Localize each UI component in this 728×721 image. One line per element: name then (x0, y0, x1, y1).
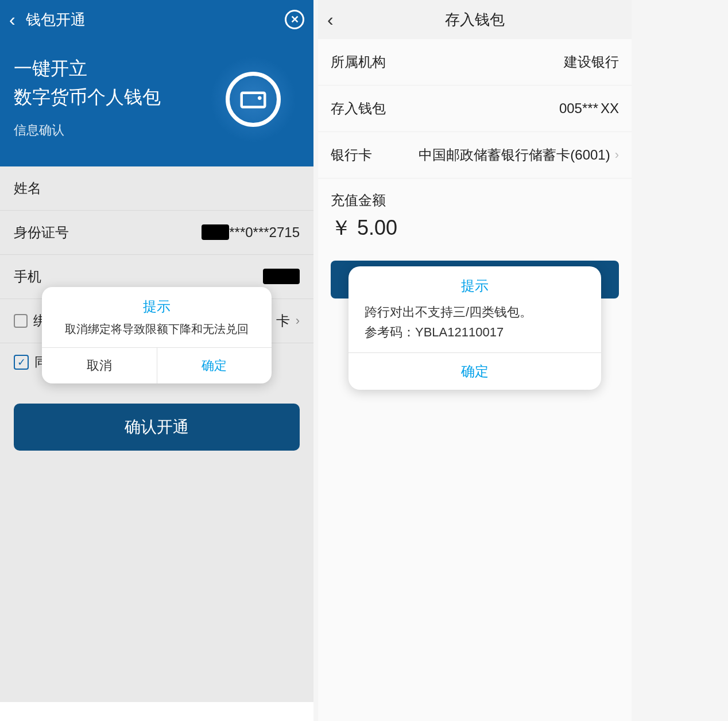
modal-title: 提示 (348, 266, 601, 302)
modal-body: 跨行对出不支持三/四类钱包。 参考码：YBLA12110017 (348, 302, 601, 352)
wallet-label: 存入钱包 (331, 99, 386, 118)
page-title: 存入钱包 (350, 10, 599, 30)
page-title: 钱包开通 (26, 10, 285, 30)
idcard-label: 身份证号 (14, 223, 69, 242)
phone-value: XXX (263, 269, 300, 285)
modal-dialog: 提示 跨行对出不支持三/四类钱包。 参考码：YBLA12110017 确定 (348, 266, 601, 390)
phone-right: ‹ 存入钱包 所属机构 建设银行 存入钱包 005***XX 银行卡 中国邮政储… (318, 0, 632, 721)
close-icon[interactable]: ✕ (285, 10, 304, 29)
card-row[interactable]: 银行卡 中国邮政储蓄银行储蓄卡(6001)› (318, 132, 632, 179)
modal-body-line1: 跨行对出不支持三/四类钱包。 (365, 302, 585, 322)
idcard-value: XX***0***2715 (202, 224, 300, 241)
amount-value: ￥ 5.00 (318, 214, 632, 261)
agree-checkbox[interactable]: ✓ (14, 355, 29, 370)
hero: 一键开立 数字货币个人钱包 信息确认 (0, 39, 313, 166)
card-label: 银行卡 (331, 146, 372, 164)
modal-title: 提示 (42, 287, 272, 321)
name-label: 姓名 (14, 179, 41, 197)
org-label: 所属机构 (331, 53, 386, 71)
org-value: 建设银行 (564, 53, 619, 71)
card-value: 中国邮政储蓄银行储蓄卡(6001) (419, 146, 610, 164)
modal-body: 取消绑定将导致限额下降和无法兑回 (42, 321, 272, 347)
chevron-right-icon: › (296, 313, 300, 328)
cancel-button[interactable]: 取消 (42, 348, 157, 383)
phone-left: ‹ 钱包开通 ✕ 一键开立 数字货币个人钱包 信息确认 姓名 身份证号 XX**… (0, 0, 313, 721)
wallet-value: 005***XX (559, 100, 619, 117)
modal-dialog: 提示 取消绑定将导致限额下降和无法兑回 取消 确定 (42, 287, 272, 383)
phone-label: 手机 (14, 268, 41, 286)
wallet-icon (210, 56, 296, 142)
ok-button[interactable]: 确定 (157, 348, 272, 383)
wallet-row[interactable]: 存入钱包 005***XX (318, 86, 632, 132)
header: ‹ 钱包开通 ✕ (0, 0, 313, 39)
modal-body-line2: 参考码：YBLA12110017 (365, 322, 585, 342)
amount-label: 充值金额 (318, 179, 632, 214)
chevron-right-icon: › (615, 148, 619, 162)
back-icon[interactable]: ‹ (327, 9, 350, 30)
back-icon[interactable]: ‹ (9, 9, 16, 30)
confirm-button[interactable]: 确认开通 (14, 404, 300, 451)
idcard-row[interactable]: 身份证号 XX***0***2715 (0, 211, 313, 255)
ok-button[interactable]: 确定 (348, 352, 601, 390)
header: ‹ 存入钱包 (318, 0, 632, 39)
org-row: 所属机构 建设银行 (318, 39, 632, 86)
form: 姓名 身份证号 XX***0***2715 手机 XXX 绑 卡 › ✓ 同意 … (0, 166, 313, 702)
bind-value: 卡 (276, 312, 290, 330)
bind-checkbox[interactable] (14, 314, 28, 328)
name-row[interactable]: 姓名 (0, 166, 313, 211)
